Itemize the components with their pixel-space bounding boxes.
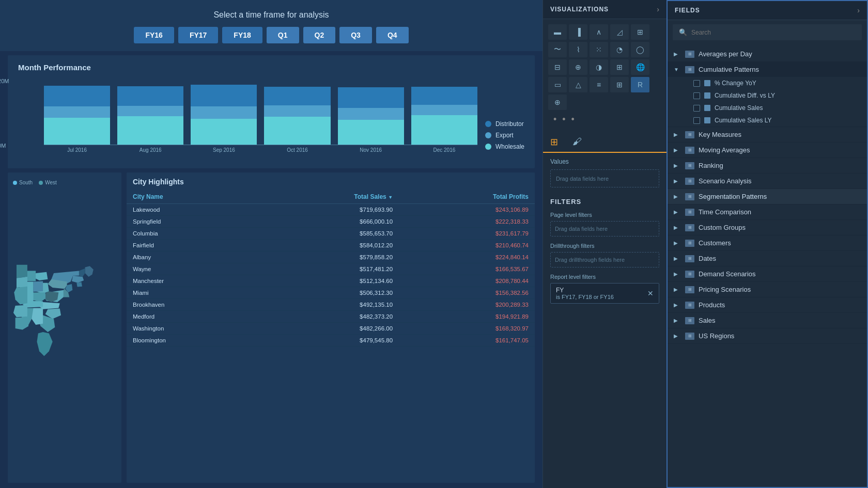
search-input[interactable] bbox=[691, 29, 856, 36]
viz-icon-custom1[interactable]: ⊕ bbox=[548, 95, 567, 110]
btn-fy16[interactable]: FY16 bbox=[134, 27, 174, 43]
col-profits[interactable]: Total Profits bbox=[399, 190, 535, 204]
fields-panel-arrow[interactable]: › bbox=[857, 6, 860, 14]
expand-icon-15: ▶ bbox=[674, 333, 681, 339]
viz-icon-line[interactable]: ∧ bbox=[590, 24, 608, 40]
viz-icon-matrix[interactable]: ⊞ bbox=[610, 77, 629, 92]
filter-chip-fy[interactable]: FY is FY17, FY18 or FY16 ✕ bbox=[550, 283, 659, 304]
drag-values-area[interactable]: Drag data fields here bbox=[550, 169, 659, 187]
col-city[interactable]: City Name bbox=[127, 190, 255, 204]
table-row[interactable]: Wayne $517,481.20 $166,535.67 bbox=[127, 263, 535, 275]
table-header: City Name Total Sales ▼ Total Profits bbox=[127, 190, 535, 204]
field-group-header-15[interactable]: ▶ ⊞ US Regions bbox=[668, 328, 867, 343]
field-group-header-12[interactable]: ▶ ⊞ Pricing Scenarios bbox=[668, 282, 867, 297]
drillthrough-drag-area[interactable]: Drag drillthrough fields here bbox=[550, 252, 659, 267]
table-row[interactable]: Fairfield $584,012.20 $210,460.74 bbox=[127, 240, 535, 251]
field-sub-item-1-0[interactable]: % Change YoY bbox=[668, 77, 867, 89]
chart-title: Month Performance bbox=[18, 63, 524, 72]
filter-chip-value: is FY17, FY18 or FY16 bbox=[556, 294, 614, 300]
viz-icon-bar[interactable]: ▬ bbox=[548, 24, 567, 40]
field-group-header-1[interactable]: ▼ ⊞ Cumulative Patterns bbox=[668, 62, 867, 77]
table-row[interactable]: Miami $506,312.30 $156,382.56 bbox=[127, 287, 535, 299]
btn-q1[interactable]: Q1 bbox=[267, 27, 299, 43]
btn-q2[interactable]: Q2 bbox=[303, 27, 336, 43]
table-row[interactable]: Washington $482,266.00 $168,320.97 bbox=[127, 323, 535, 335]
viz-icon-scatter[interactable]: ⁙ bbox=[590, 42, 608, 57]
viz-icon-kpi[interactable]: △ bbox=[569, 77, 587, 92]
table-icon-6: ⊞ bbox=[685, 193, 694, 200]
field-sub-item-1-1[interactable]: Cumulative Diff. vs LY bbox=[668, 89, 867, 102]
page-drag-area[interactable]: Drag data fields here bbox=[550, 221, 659, 237]
field-sub-item-1-2[interactable]: Cumulative Sales bbox=[668, 102, 867, 114]
field-group-header-6[interactable]: ▶ ⊞ Segmentation Patterns bbox=[668, 189, 867, 204]
field-group-header-2[interactable]: ▶ ⊞ Key Measures bbox=[668, 127, 867, 142]
table-row[interactable]: Albany $579,858.20 $224,840.14 bbox=[127, 251, 535, 263]
expand-icon-0: ▶ bbox=[674, 51, 681, 57]
viz-panel-arrow[interactable]: › bbox=[657, 5, 659, 13]
report-filters-label: Report level filters bbox=[550, 274, 659, 280]
viz-icon-column[interactable]: ▐ bbox=[569, 24, 587, 40]
viz-icon-treemap[interactable]: ⊟ bbox=[548, 59, 567, 75]
table-icon-12: ⊞ bbox=[685, 286, 694, 293]
btn-fy17[interactable]: FY17 bbox=[178, 27, 218, 43]
tab-format[interactable]: 🖌 bbox=[565, 132, 589, 153]
field-group-header-13[interactable]: ▶ ⊞ Products bbox=[668, 297, 867, 312]
expand-icon-1: ▼ bbox=[674, 67, 681, 72]
bar-dist-sep bbox=[191, 85, 257, 106]
field-group-4: ▶ ⊞ Ranking bbox=[668, 158, 867, 174]
viz-row-5: ⊕ bbox=[548, 95, 661, 110]
btn-q3[interactable]: Q3 bbox=[339, 27, 372, 43]
field-group-header-0[interactable]: ▶ ⊞ Averages per Day bbox=[668, 46, 867, 61]
viz-icon-r[interactable]: R bbox=[631, 77, 649, 92]
table-row[interactable]: Manchester $512,134.60 $208,780.44 bbox=[127, 275, 535, 287]
field-group-header-7[interactable]: ▶ ⊞ Time Comparison bbox=[668, 204, 867, 219]
viz-icon-donut[interactable]: ◯ bbox=[631, 42, 649, 57]
state-fl bbox=[37, 332, 53, 356]
bar-exp-dec bbox=[411, 105, 477, 115]
table-row[interactable]: Lakewood $719,693.90 $243,106.89 bbox=[127, 204, 535, 216]
viz-icon-pie[interactable]: ◔ bbox=[610, 42, 629, 57]
table-row[interactable]: Springfield $666,000.10 $222,318.33 bbox=[127, 216, 535, 228]
table-row[interactable]: Brookhaven $492,135.10 $200,289.33 bbox=[127, 299, 535, 311]
table-row[interactable]: Bloomington $479,545.80 $161,747.05 bbox=[127, 335, 535, 347]
viz-icon-table[interactable]: ⊞ bbox=[610, 59, 629, 75]
table-row[interactable]: Medford $482,373.20 $194,921.89 bbox=[127, 311, 535, 323]
viz-more[interactable]: • • • bbox=[548, 112, 661, 127]
viz-icon-area[interactable]: ◿ bbox=[610, 24, 629, 40]
cell-sales: $719,693.90 bbox=[255, 204, 399, 216]
bar-dist-aug bbox=[117, 86, 183, 106]
filter-chip-close[interactable]: ✕ bbox=[647, 289, 654, 297]
viz-icon-combo[interactable]: ⊞ bbox=[631, 24, 649, 40]
btn-q4[interactable]: Q4 bbox=[376, 27, 409, 43]
cell-sales: $512,134.60 bbox=[255, 275, 399, 287]
field-group-name-9: Customers bbox=[699, 239, 861, 247]
field-group-header-10[interactable]: ▶ ⊞ Dates bbox=[668, 251, 867, 266]
field-group-header-9[interactable]: ▶ ⊞ Customers bbox=[668, 235, 867, 250]
field-group-header-11[interactable]: ▶ ⊞ Demand Scenarios bbox=[668, 266, 867, 281]
field-group-header-5[interactable]: ▶ ⊞ Scenario Analysis bbox=[668, 174, 867, 188]
cell-profits: $222,318.33 bbox=[399, 216, 535, 228]
table-row[interactable]: Columbia $585,653.70 $231,617.79 bbox=[127, 228, 535, 240]
fields-panel-title: FIELDS bbox=[675, 7, 700, 14]
bar-exp-aug bbox=[117, 106, 183, 116]
viz-icon-map[interactable]: ⊕ bbox=[569, 59, 587, 75]
field-group-header-8[interactable]: ▶ ⊞ Custom Groups bbox=[668, 220, 867, 235]
viz-icon-ribbon[interactable]: 〜 bbox=[548, 42, 567, 57]
btn-fy18[interactable]: FY18 bbox=[222, 27, 262, 43]
viz-tabs: ⊞ 🖌 bbox=[543, 132, 667, 153]
chart-bars-container: $20M $0M bbox=[18, 78, 477, 153]
search-box[interactable]: 🔍 bbox=[673, 24, 862, 40]
field-group-header-4[interactable]: ▶ ⊞ Ranking bbox=[668, 158, 867, 173]
filter-chip-label: FY bbox=[556, 287, 614, 294]
viz-icon-globe[interactable]: 🌐 bbox=[631, 59, 649, 75]
field-group-header-3[interactable]: ▶ ⊞ Moving Averages bbox=[668, 143, 867, 158]
viz-icon-gauge[interactable]: ◑ bbox=[590, 59, 608, 75]
viz-icon-card[interactable]: ▭ bbox=[548, 77, 567, 92]
col-sales[interactable]: Total Sales ▼ bbox=[255, 190, 399, 204]
map-legend: South West bbox=[13, 178, 116, 187]
tab-fields[interactable]: ⊞ bbox=[543, 132, 565, 153]
field-group-header-14[interactable]: ▶ ⊞ Sales bbox=[668, 313, 867, 328]
viz-icon-slicer[interactable]: ≡ bbox=[590, 77, 608, 92]
field-sub-item-1-3[interactable]: Cumulative Sales LY bbox=[668, 114, 867, 127]
viz-icon-waterfall[interactable]: ⌇ bbox=[569, 42, 587, 57]
